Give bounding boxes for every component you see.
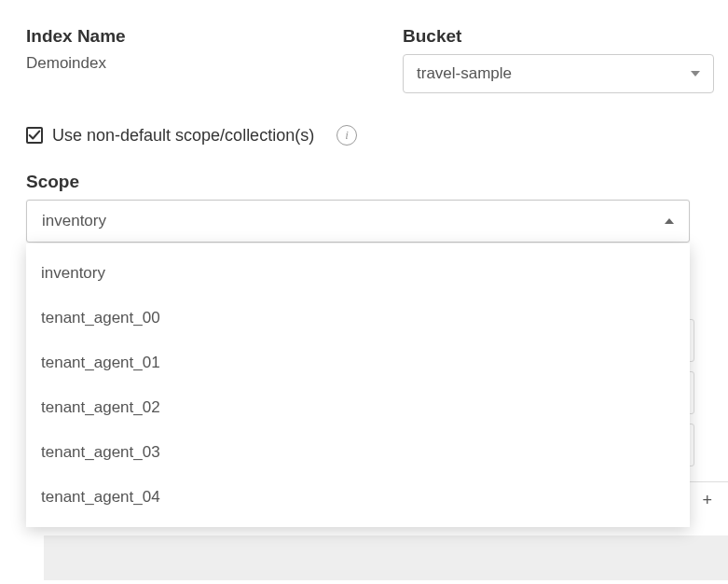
scope-select[interactable]: inventory — [26, 200, 690, 243]
index-name-value: Demoindex — [26, 54, 380, 73]
scope-select-value: inventory — [42, 212, 106, 230]
info-icon[interactable]: i — [337, 125, 357, 146]
nondefault-label: Use non-default scope/collection(s) — [52, 126, 314, 146]
nondefault-checkbox[interactable] — [26, 127, 43, 144]
scope-option[interactable]: tenant_agent_00 — [26, 296, 690, 341]
bucket-select-value: travel-sample — [417, 64, 512, 83]
scope-option[interactable]: tenant_agent_01 — [26, 341, 690, 385]
checkmark-icon — [28, 129, 41, 142]
chevron-up-icon — [665, 218, 674, 224]
scope-option[interactable]: inventory — [26, 251, 690, 296]
index-name-label: Index Name — [26, 26, 380, 47]
scope-option[interactable]: tenant_agent_03 — [26, 430, 690, 475]
scope-dropdown: inventorytenant_agent_00tenant_agent_01t… — [26, 243, 690, 527]
add-icon[interactable]: + — [702, 491, 712, 510]
scope-label: Scope — [26, 172, 702, 192]
scope-option[interactable]: tenant_agent_04 — [26, 475, 690, 520]
scope-option[interactable]: tenant_agent_02 — [26, 385, 690, 430]
chevron-down-icon — [691, 71, 700, 76]
bucket-select[interactable]: travel-sample — [403, 54, 714, 93]
bucket-label: Bucket — [403, 26, 714, 47]
